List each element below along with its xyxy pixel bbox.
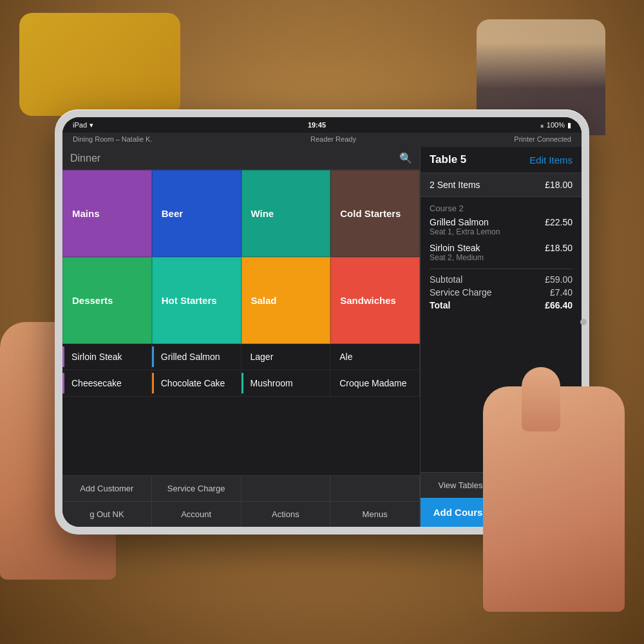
subtotal-label: Subtotal [430, 274, 462, 285]
item-cell-mushroom[interactable]: Mushroom [242, 370, 331, 396]
total-value: £66.40 [545, 300, 573, 310]
item-1-sub: Seat 1, Extra Lemon [430, 227, 573, 236]
item-cell-croque-madame[interactable]: Croque Madame [330, 370, 420, 396]
empty-btn-2 [330, 476, 420, 501]
wifi-icon: ▾ [90, 121, 93, 129]
pointing-finger [522, 367, 560, 431]
sent-items-amount: £18.00 [545, 180, 573, 190]
scene-background: iPad ▾ 19:45 ⁎ 100% ▮ Dining Room – Nata… [0, 0, 644, 644]
sub-status-bar: Dining Room – Natalie K. Reader Ready Pr… [62, 133, 582, 147]
add-customer-btn[interactable]: Add Customer [62, 476, 152, 501]
bluetooth-icon: ⁎ [540, 121, 544, 129]
right-header: Table 5 Edit Items [421, 147, 582, 173]
reader-ready-label: Reader Ready [310, 135, 356, 144]
service-charge-btn[interactable]: Service Charge [152, 476, 242, 501]
signout-btn[interactable]: g Out NK [62, 502, 152, 527]
hand-right [483, 386, 625, 612]
sent-items-label: 2 Sent Items [430, 180, 480, 190]
item-2-name: Sirloin Steak [430, 243, 480, 253]
menu-tile-hot-starters[interactable]: Hot Starters [152, 257, 242, 344]
item-cell-cheesecake[interactable]: Cheesecake [62, 370, 152, 396]
search-icon[interactable]: 🔍 [399, 152, 412, 164]
actions-btn[interactable]: Actions [242, 502, 331, 527]
bg-chair [19, 13, 180, 116]
menu-grid: MainsBeerWineCold StartersDessertsHot St… [62, 170, 420, 344]
status-left: iPad ▾ [73, 121, 93, 129]
subtotal-value: £59.00 [545, 274, 573, 285]
item-row-0: Sirloin SteakGrilled SalmonLagerAle [62, 344, 420, 370]
status-time: 19:45 [308, 121, 326, 129]
item-row-1: CheesecakeChocolate CakeMushroomCroque M… [62, 370, 420, 397]
item-1-name: Grilled Salmon [430, 217, 489, 227]
battery-icon: ▮ [567, 121, 571, 129]
left-panel: Dinner 🔍 MainsBeerWineCold StartersDesse… [62, 147, 421, 527]
ipad-label: iPad [73, 121, 87, 129]
item-cell-sirloin-steak[interactable]: Sirloin Steak [62, 344, 152, 370]
course-label: Course 2 [430, 204, 573, 213]
empty-btn-1 [242, 476, 331, 501]
order-item-2: Sirloin Steak £18.50 Seat 2, Medium [430, 243, 573, 262]
home-button[interactable] [580, 319, 587, 325]
item-cell-grilled-salmon[interactable]: Grilled Salmon [152, 344, 242, 370]
menu-tile-sandwiches[interactable]: Sandwiches [330, 257, 420, 344]
menu-tile-cold-starters[interactable]: Cold Starters [330, 170, 420, 257]
item-cell-chocolate-cake[interactable]: Chocolate Cake [152, 370, 242, 396]
menus-btn[interactable]: Menus [330, 502, 420, 527]
table-title: Table 5 [430, 153, 466, 166]
service-value: £7.40 [550, 287, 573, 298]
sent-items-bar: 2 Sent Items £18.00 [421, 173, 582, 197]
account-btn[interactable]: Account [152, 502, 242, 527]
menu-tile-salad[interactable]: Salad [242, 257, 331, 344]
status-right: ⁎ 100% ▮ [540, 121, 571, 129]
subtotal-row: Subtotal £59.00 [430, 274, 573, 285]
bottom-nav: g Out NK Account Actions Menus [62, 501, 420, 527]
divider-1 [430, 269, 573, 269]
menu-tile-mains[interactable]: Mains [62, 170, 152, 257]
order-item-1: Grilled Salmon £22.50 Seat 1, Extra Lemo… [430, 217, 573, 236]
item-cell-ale[interactable]: Ale [330, 344, 420, 370]
menu-tile-beer[interactable]: Beer [152, 170, 242, 257]
search-text: Dinner [70, 153, 394, 164]
printer-label: Printer Connected [514, 135, 571, 144]
battery-label: 100% [547, 121, 565, 129]
search-bar: Dinner 🔍 [62, 147, 420, 170]
item-list: Sirloin SteakGrilled SalmonLagerAleChees… [62, 344, 420, 475]
total-label: Total [430, 300, 450, 310]
dining-room-label: Dining Room – Natalie K. [73, 135, 153, 144]
item-2-price: £18.50 [545, 243, 573, 253]
item-2-sub: Seat 2, Medium [430, 253, 573, 262]
total-row: Total £66.40 [430, 300, 573, 310]
edit-items-btn[interactable]: Edit Items [529, 155, 573, 166]
service-row: Service Charge £7.40 [430, 287, 573, 298]
menu-tile-wine[interactable]: Wine [242, 170, 331, 257]
item-cell-lager[interactable]: Lager [242, 344, 331, 370]
bottom-bar: Add Customer Service Charge [62, 475, 420, 501]
menu-tile-desserts[interactable]: Desserts [62, 257, 152, 344]
status-bar: iPad ▾ 19:45 ⁎ 100% ▮ [62, 117, 582, 133]
service-label: Service Charge [430, 287, 492, 298]
item-1-price: £22.50 [545, 217, 573, 227]
